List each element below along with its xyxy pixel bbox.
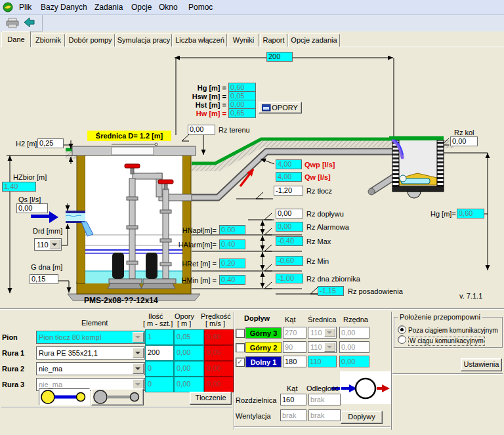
tab-opcje-zadania[interactable]: Opcje zadania bbox=[288, 33, 340, 47]
rz-alarmowa-field: 0,00 bbox=[276, 222, 303, 232]
qs-label: Qs [l/s] bbox=[18, 196, 41, 203]
hzbior-label: HZbior [m] bbox=[13, 173, 47, 181]
doplyw-header: Dopływ bbox=[244, 314, 270, 322]
hnapl-label: HNapł[m]= bbox=[176, 226, 217, 234]
panel-divider bbox=[0, 308, 504, 310]
ustawienia-button[interactable]: Ustawienia bbox=[461, 358, 502, 371]
rozdzielnica-kat-field[interactable]: 160 bbox=[280, 394, 306, 405]
doplywy-button-label: Dopływy bbox=[348, 411, 375, 422]
tab-zbiornik[interactable]: Zbiornik bbox=[32, 33, 65, 47]
g-dna-label: G dna [m] bbox=[31, 263, 62, 271]
pipe-style-alt-button[interactable] bbox=[91, 388, 144, 405]
sub-odleglosc-header: Odległość bbox=[306, 384, 339, 392]
tloczenie-button-label: Tłoczenie bbox=[195, 392, 226, 403]
rura1-element-value: Rura PE 355x21,1 bbox=[39, 348, 133, 358]
halarm-field: 0,40 bbox=[219, 239, 245, 249]
rura2-element-dropdown[interactable]: nie_ma bbox=[36, 362, 145, 375]
tab-symulacja-pracy-label: Symulacja pracy bbox=[117, 36, 171, 44]
rz-tlocz-field[interactable]: -1,20 bbox=[274, 186, 303, 196]
rura3-opory-cell: 0,00 bbox=[174, 377, 204, 392]
pump-symbol-widget bbox=[340, 371, 391, 404]
gorny2-checkbox[interactable] bbox=[236, 343, 245, 352]
rura2-element-value: nie_ma bbox=[39, 363, 133, 374]
rz-min-label: Rz Min bbox=[306, 257, 329, 265]
rz-terenu-label: Rz terenu bbox=[219, 126, 250, 134]
rura1-ilosc-cell[interactable]: 200 bbox=[145, 345, 174, 361]
row-rura1-label: Rura 1 bbox=[2, 349, 24, 357]
rz-doplywu-label: Rz dopływu bbox=[306, 210, 344, 218]
rz-doplywu-field[interactable]: 0,00 bbox=[276, 209, 303, 218]
dolny1-srednica-field: 110 bbox=[308, 356, 337, 367]
gorny2-kat-field: 90 bbox=[283, 341, 306, 353]
hg-label: Hg [m] = bbox=[177, 84, 226, 92]
hw-field: 0,65 bbox=[228, 108, 256, 118]
rz-posadowienia-label: Rz posadowienia bbox=[348, 287, 403, 295]
hzbior-field: 1,40 bbox=[2, 182, 36, 192]
tab-dane[interactable]: Dane bbox=[1, 31, 31, 47]
opory-button-label: OPORY bbox=[272, 102, 298, 113]
tloczenie-button[interactable]: Tłoczenie bbox=[190, 392, 232, 405]
tab-liczba-wlaczen[interactable]: Liczba włączeń bbox=[173, 33, 227, 47]
dolny1-checkbox[interactable] bbox=[236, 358, 245, 367]
gorny3-checkbox[interactable] bbox=[236, 329, 245, 338]
tab-symulacja-pracy[interactable]: Symulacja pracy bbox=[116, 33, 172, 47]
tab-dobor-pompy[interactable]: Dobór pompy bbox=[66, 33, 115, 47]
rura1-element-dropdown[interactable]: Rura PE 355x21,1 bbox=[36, 346, 145, 360]
position-radio-w-ciagu[interactable] bbox=[398, 335, 406, 344]
hsw-label: Hsw [m] = bbox=[177, 93, 226, 100]
gorny2-srednica-dropdown: 110 bbox=[308, 341, 337, 353]
col-element-header: Element bbox=[81, 319, 108, 327]
position-option2-label[interactable]: W ciągu komunikacyjnym bbox=[408, 337, 485, 346]
rura1-predkosc-cell: 0,05 bbox=[204, 345, 234, 361]
rz-kol-field[interactable]: 0,00 bbox=[450, 136, 478, 146]
dolny1-chip: Dolny 1 bbox=[245, 356, 282, 367]
rz-max-label: Rz Max bbox=[306, 238, 331, 245]
opory-button[interactable]: OPORY bbox=[259, 102, 302, 114]
position-radio-poza[interactable] bbox=[398, 325, 406, 334]
tab-raport[interactable]: Raport bbox=[260, 33, 287, 47]
tab-dobor-pompy-label: Dobór pompy bbox=[68, 36, 112, 44]
drd-dropdown-arrow-icon[interactable] bbox=[49, 239, 60, 249]
gorny3-kat-field: 270 bbox=[283, 327, 306, 339]
hg-right-label: Hg [m]= bbox=[430, 210, 456, 218]
wentylacja-odleglosc-field: brak bbox=[308, 409, 341, 421]
doplywy-button[interactable]: Dopływy bbox=[341, 411, 383, 424]
position-option1-label[interactable]: Poza ciągiem komunikacyjnym bbox=[408, 327, 498, 335]
row-pion-label: Pion bbox=[2, 333, 18, 341]
pump-circle-icon bbox=[340, 371, 391, 404]
drd-value: 110 bbox=[37, 239, 50, 250]
rz-posadowienia-field: -1,15 bbox=[318, 286, 344, 296]
rura1-opory-cell: 0,00 bbox=[174, 345, 204, 361]
rura2-predkosc-cell: 0,00 bbox=[204, 361, 234, 377]
g-dna-field[interactable]: 0,15 bbox=[30, 274, 58, 284]
pipe-style-selected-button[interactable] bbox=[39, 388, 90, 405]
rz-terenu-field[interactable]: 0,00 bbox=[188, 125, 215, 135]
rozdzielnica-label: Rozdzielnica bbox=[236, 396, 276, 404]
dolny1-kat-field[interactable]: 180 bbox=[283, 356, 306, 367]
rz-kol-label: Rz kol bbox=[454, 129, 474, 136]
rura1-dropdown-arrow-icon[interactable] bbox=[133, 348, 144, 358]
gorny2-srednica-arrow-icon bbox=[324, 342, 335, 352]
sub-kat-header: Kąt bbox=[287, 384, 298, 392]
tab-wyniki[interactable]: Wyniki bbox=[228, 33, 259, 47]
dim-200-field: 200 bbox=[266, 52, 293, 62]
hg-right-field: 0,60 bbox=[457, 209, 484, 218]
qwp-label: Qwp [l/s] bbox=[304, 161, 335, 169]
tab-wyniki-label: Wyniki bbox=[233, 36, 254, 44]
rz-min-field: -0,60 bbox=[276, 256, 303, 266]
tab-page-edge bbox=[0, 47, 504, 47]
h2-field[interactable]: 0,25 bbox=[37, 138, 64, 148]
pion-dropdown-arrow-icon bbox=[133, 332, 144, 342]
qs-field[interactable]: 0,00 bbox=[16, 203, 48, 213]
tab-opcje-zadania-label: Opcje zadania bbox=[291, 36, 337, 44]
drd-label: Drd [mm] bbox=[33, 227, 62, 235]
wentylacja-label: Wentylacja bbox=[236, 412, 271, 420]
pion-predkosc-cell: 0,80 bbox=[204, 329, 234, 345]
hret-label: HRet [m] = bbox=[176, 260, 217, 268]
drd-dropdown[interactable]: 110 bbox=[34, 238, 62, 251]
rura2-dropdown-arrow-icon[interactable] bbox=[133, 363, 144, 374]
model-label: PMS-2x08-??-12x14 bbox=[84, 297, 158, 304]
wentylacja-kat-field: brak bbox=[280, 409, 306, 421]
bottom-left-divider bbox=[1, 407, 232, 408]
rura2-opory-cell: 0,00 bbox=[174, 361, 204, 377]
